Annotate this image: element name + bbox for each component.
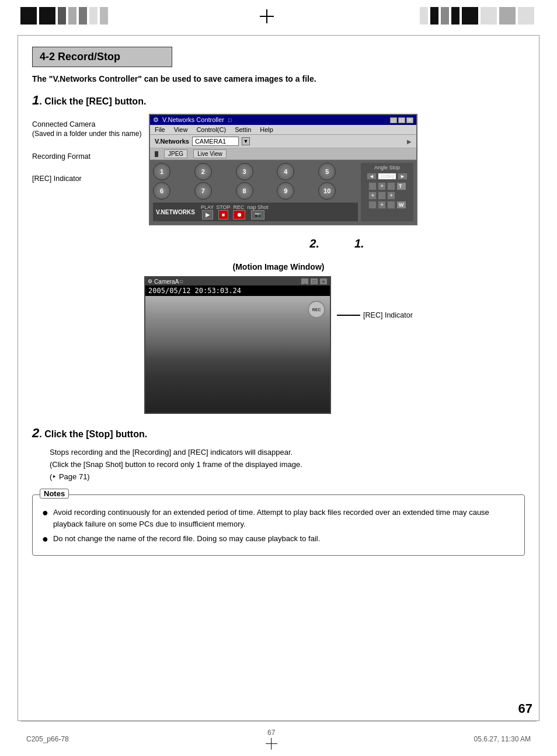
num-btn-3[interactable]: 3	[236, 163, 253, 180]
number-grid: 1 2 3 4 5 6 7 8 9 10	[153, 163, 358, 200]
dropdown-arrow-icon[interactable]: ▼	[242, 137, 250, 145]
ctrl-main-area: 1 2 3 4 5 6 7 8 9 10 V.NETWORKS	[150, 160, 416, 224]
vnetworks-logo: V.NETWORKS	[156, 209, 195, 215]
svg-rect-6	[100, 7, 108, 25]
menu-help[interactable]: Help	[260, 126, 273, 133]
ctrl-menubar: File View Control(C) Settin Help	[150, 125, 416, 135]
notes-text-2: Do not change the name of the record fil…	[53, 533, 320, 545]
step-label-2: 2.	[309, 237, 319, 250]
ctrl-title: ⚙ V.Networks Controller □	[153, 116, 232, 124]
step2-heading: 2. Click the [Stop] button.	[32, 426, 525, 441]
step2-number: 2	[32, 426, 39, 440]
num-btn-1[interactable]: 1	[153, 163, 170, 180]
svg-rect-9	[441, 7, 449, 25]
dir-ul-btn[interactable]	[368, 182, 377, 190]
step1-number: 1	[32, 93, 39, 107]
angle-left-btn[interactable]: ◄	[367, 173, 377, 180]
top-strip	[0, 0, 557, 32]
dir-down-btn[interactable]: +	[378, 201, 386, 209]
num-btn-10[interactable]: 10	[318, 182, 336, 200]
svg-rect-0	[20, 7, 37, 25]
motion-close-btn[interactable]: ×	[319, 278, 328, 285]
num-btn-8[interactable]: 8	[236, 182, 253, 200]
t-button[interactable]: T	[397, 183, 406, 190]
ctrl-toolbar: V.Networks CAMERA1 ▼ ▶	[150, 135, 416, 148]
notes-item-1: ● Avoid recording continuously for an ex…	[42, 507, 515, 529]
bottom-crosshair-icon	[266, 738, 277, 750]
motion-titlebar: ⚙ CameraA □ _ □ ×	[145, 277, 330, 285]
num-btn-9[interactable]: 9	[277, 182, 294, 200]
tw-buttons: T W	[397, 183, 406, 208]
maximize-btn[interactable]: □	[398, 117, 405, 123]
motion-rec-indicator-label: [REC] Indicator	[363, 311, 413, 319]
main-content: 4-2 Record/Stop The "V.Networks Controll…	[20, 38, 537, 718]
bottom-bar: C205_p66-78 67 05.6.27, 11:30 AM	[20, 721, 537, 756]
svg-rect-4	[79, 7, 87, 25]
jpeg-label: JPEG	[164, 149, 187, 158]
controller-area: Connected Camera (Saved in a folder unde…	[32, 114, 525, 225]
menu-view[interactable]: View	[174, 126, 188, 133]
dir-up-btn[interactable]: +	[378, 182, 386, 190]
menu-file[interactable]: File	[155, 126, 165, 133]
ctrl-titlebar: ⚙ V.Networks Controller □ _ □ ×	[150, 115, 416, 125]
num-btn-5[interactable]: 5	[318, 163, 336, 180]
snap-shot-label: nap Shot	[248, 204, 269, 210]
angle-right-btn[interactable]: ►	[398, 173, 408, 180]
step2-section: 2. Click the [Stop] button. Stops record…	[32, 426, 525, 483]
svg-rect-14	[518, 7, 534, 25]
motion-image-area: REC	[145, 296, 330, 413]
step1-heading: 1. Click the [REC] button.	[32, 93, 525, 108]
minimize-btn[interactable]: _	[390, 117, 397, 123]
bottom-right-text: 05.6.27, 11:30 AM	[474, 735, 531, 743]
svg-rect-5	[89, 7, 98, 25]
rec-indicator-label-1: [REC] Indicator	[32, 174, 149, 183]
dir-dr-btn[interactable]	[387, 201, 395, 209]
menu-control[interactable]: Control(C)	[196, 126, 226, 133]
ctrl-bottom-bar: V.NETWORKS PLAY ▶ STOP ■ REC	[153, 203, 358, 221]
strip-left	[20, 6, 114, 26]
motion-timestamp: 2005/05/12 20:53:03.24	[145, 285, 330, 296]
bottom-left-text: C205_p66-78	[26, 735, 69, 743]
strip-center	[114, 9, 420, 23]
intro-text: The "V.Networks Controller" can be used …	[32, 74, 525, 83]
svg-rect-11	[462, 7, 478, 25]
rec-button[interactable]: ⏺	[233, 210, 245, 220]
step-label-1: 1.	[354, 237, 364, 250]
play-button[interactable]: ▶	[202, 210, 213, 220]
close-btn[interactable]: ×	[406, 117, 413, 123]
num-btn-7[interactable]: 7	[194, 182, 212, 200]
controller-screenshot: ⚙ V.Networks Controller □ _ □ × File Vie…	[149, 114, 417, 225]
dir-ur-btn[interactable]	[387, 182, 395, 190]
dir-right-btn[interactable]: +	[387, 191, 395, 200]
connector-line	[337, 315, 360, 316]
svg-rect-1	[39, 7, 55, 25]
camera-dropdown[interactable]: CAMERA1	[192, 137, 239, 146]
w-button[interactable]: W	[397, 201, 406, 208]
angle-stop-row: ◄ 10deg ►	[367, 173, 408, 180]
dir-left-btn[interactable]: +	[368, 191, 377, 200]
dir-dl-btn[interactable]	[368, 201, 377, 209]
snap-shot-button[interactable]: 📷	[251, 210, 264, 220]
ctrl-titlebar-buttons: _ □ ×	[390, 117, 413, 123]
motion-minimize-btn[interactable]: _	[301, 278, 309, 285]
svg-rect-13	[499, 7, 516, 25]
play-stop-rec-group: PLAY ▶ STOP ■ REC ⏺	[201, 204, 269, 220]
live-view-button[interactable]: Live View	[193, 149, 227, 158]
page-number: 67	[518, 701, 532, 716]
num-btn-2[interactable]: 2	[194, 163, 212, 180]
vnetworks-label: V.Networks	[155, 138, 189, 145]
bullet-1: ●	[42, 507, 48, 518]
menu-settin[interactable]: Settin	[235, 126, 251, 133]
num-btn-6[interactable]: 6	[153, 182, 170, 200]
motion-maximize-btn[interactable]: □	[310, 278, 318, 285]
stop-button[interactable]: ■	[218, 210, 228, 220]
bottom-center: 67	[266, 729, 277, 750]
motion-window-title: (Motion Image Window)	[32, 262, 525, 271]
svg-rect-3	[68, 7, 76, 25]
angle-input[interactable]: 10deg	[378, 173, 396, 180]
ctrl-right-panel: Angle Stop ◄ 10deg ► + + +	[361, 163, 413, 221]
motion-titlebar-btns: _ □ ×	[301, 278, 328, 285]
motion-screenshot-area: ⚙ CameraA □ _ □ × 2005/05/12 20:53:03.24	[32, 276, 525, 414]
step2-description: Stops recording and the [Recording] and …	[50, 447, 525, 483]
num-btn-4[interactable]: 4	[277, 163, 294, 180]
